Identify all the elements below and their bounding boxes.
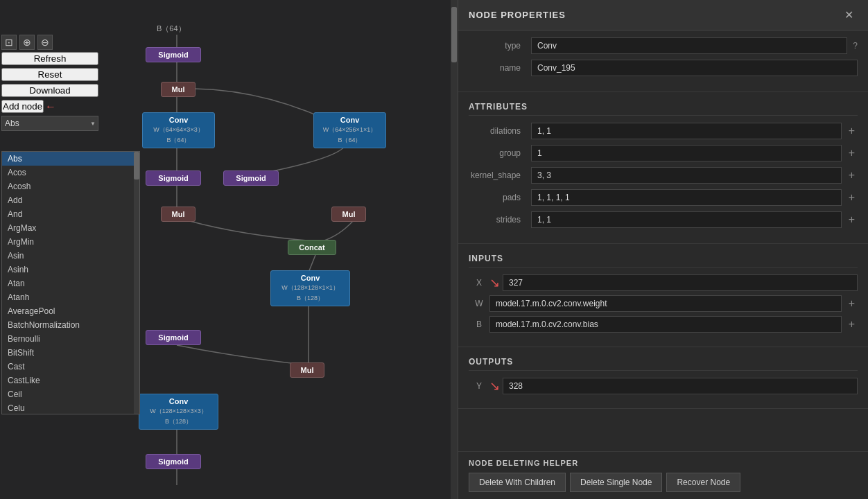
node-conv-3-sub1: W（128×128×1×1） bbox=[277, 283, 344, 292]
inputs-title: INPUTS bbox=[469, 254, 858, 268]
input-b-row: B + bbox=[469, 316, 858, 333]
node-mul-1[interactable]: Mul bbox=[161, 82, 196, 97]
input-x-row: X ↘ bbox=[469, 274, 858, 291]
dropdown-item-asinh[interactable]: Asinh bbox=[2, 263, 139, 277]
group-input[interactable] bbox=[531, 145, 842, 161]
output-y-field[interactable] bbox=[503, 378, 858, 394]
kernel-shape-add-button[interactable]: + bbox=[846, 169, 858, 182]
node-sigmoid-5[interactable]: Sigmoid bbox=[146, 454, 201, 469]
input-b-field[interactable] bbox=[489, 316, 842, 333]
node-conv-4[interactable]: Conv W（128×128×3×3） B（128） bbox=[139, 394, 218, 430]
dropdown-item-argmax[interactable]: ArgMax bbox=[2, 221, 139, 235]
node-conv-2[interactable]: Conv W（64×256×1×1） B（64） bbox=[313, 112, 386, 148]
input-x-field[interactable] bbox=[503, 274, 858, 291]
strides-input[interactable] bbox=[531, 211, 842, 228]
node-conv-1-sub2: B（64） bbox=[148, 136, 209, 145]
panel-header: NODE PROPERTIES ✕ bbox=[458, 0, 868, 30]
dropdown-item-celu[interactable]: Celu bbox=[2, 401, 139, 414]
node-mul-4[interactable]: Mul bbox=[290, 362, 324, 378]
strides-add-button[interactable]: + bbox=[846, 213, 858, 226]
node-type-select[interactable]: Abs Acos Acosh Add And ArgMax ArgMin Asi… bbox=[1, 116, 98, 131]
node-conv-1-label: Conv bbox=[148, 116, 209, 124]
name-label: name bbox=[469, 63, 531, 73]
dropdown-item-and[interactable]: And bbox=[2, 207, 139, 221]
pads-row: pads + bbox=[469, 189, 858, 206]
pads-add-button[interactable]: + bbox=[846, 191, 858, 204]
type-input[interactable] bbox=[531, 37, 847, 54]
node-conv-3[interactable]: Conv W（128×128×1×1） B（128） bbox=[270, 270, 350, 306]
delete-single-node-button[interactable]: Delete Single Node bbox=[570, 473, 662, 492]
reset-button[interactable]: Reset bbox=[1, 68, 98, 81]
fit-icon[interactable]: ⊡ bbox=[1, 35, 17, 50]
node-conv-1[interactable]: Conv W（64×64×3×3） B（64） bbox=[142, 112, 215, 148]
name-input[interactable] bbox=[531, 60, 858, 76]
node-mul-2[interactable]: Mul bbox=[161, 207, 196, 222]
add-node-button[interactable]: Add node bbox=[1, 100, 44, 113]
type-row: type ? bbox=[469, 37, 858, 54]
node-deleting-helper: NODE DELETING HELPER Delete With Childre… bbox=[458, 451, 868, 499]
dropdown-item-atanh[interactable]: Atanh bbox=[2, 290, 139, 304]
type-label: type bbox=[469, 41, 531, 51]
pads-input[interactable] bbox=[531, 189, 842, 206]
type-help-icon[interactable]: ? bbox=[853, 41, 858, 51]
refresh-button[interactable]: Refresh bbox=[1, 52, 98, 65]
close-button[interactable]: ✕ bbox=[840, 7, 858, 23]
kernel-shape-input[interactable] bbox=[531, 167, 842, 184]
dilations-label: dilations bbox=[469, 126, 531, 136]
separator-4 bbox=[458, 408, 868, 409]
node-conv-3-sub2: B（128） bbox=[277, 294, 344, 303]
node-sigmoid-4-label: Sigmoid bbox=[152, 333, 195, 342]
graph-area[interactable]: ⊡ ⊕ ⊖ Refresh Reset Download Add node ← … bbox=[0, 0, 458, 499]
input-b-add-button[interactable]: + bbox=[846, 318, 858, 331]
kernel-shape-row: kernel_shape + bbox=[469, 167, 858, 184]
dropdown-item-acosh[interactable]: Acosh bbox=[2, 180, 139, 193]
dropdown-item-acos[interactable]: Acos bbox=[2, 166, 139, 180]
input-w-field[interactable] bbox=[489, 295, 842, 312]
node-conv-2-sub2: B（64） bbox=[320, 136, 380, 145]
dropdown-item-argmin[interactable]: ArgMin bbox=[2, 235, 139, 249]
dropdown-item-batchnorm[interactable]: BatchNormalization bbox=[2, 318, 139, 332]
node-sigmoid-5-label: Sigmoid bbox=[152, 457, 195, 466]
dropdown-item-add[interactable]: Add bbox=[2, 193, 139, 207]
node-type-dropdown[interactable]: Abs Acos Acosh Add And ArgMax ArgMin Asi… bbox=[1, 151, 140, 414]
delete-with-children-button[interactable]: Delete With Children bbox=[469, 473, 566, 492]
dropdown-item-asin[interactable]: Asin bbox=[2, 249, 139, 263]
dropdown-item-castlike[interactable]: CastLike bbox=[2, 374, 139, 387]
dropdown-item-cast[interactable]: Cast bbox=[2, 360, 139, 374]
node-sigmoid-3[interactable]: Sigmoid bbox=[223, 170, 279, 186]
download-button[interactable]: Download bbox=[1, 84, 98, 97]
node-sigmoid-2[interactable]: Sigmoid bbox=[146, 170, 201, 186]
dropdown-item-bitshift[interactable]: BitShift bbox=[2, 346, 139, 360]
node-concat[interactable]: Concat bbox=[288, 240, 336, 255]
separator-3 bbox=[458, 347, 868, 347]
node-sigmoid-1[interactable]: Sigmoid bbox=[146, 47, 201, 62]
kernel-shape-label: kernel_shape bbox=[469, 170, 531, 180]
node-mul-1-label: Mul bbox=[167, 85, 189, 94]
dropdown-item-atan[interactable]: Atan bbox=[2, 277, 139, 290]
node-conv-4-label: Conv bbox=[145, 397, 212, 405]
node-conv-2-sub1: W（64×256×1×1） bbox=[320, 125, 380, 134]
attributes-section: ATTRIBUTES dilations + group + kernel_sh… bbox=[458, 95, 868, 240]
output-y-arrow-icon: ↘ bbox=[489, 378, 500, 394]
dropdown-item-avgpool[interactable]: AveragePool bbox=[2, 304, 139, 318]
zoom-in-icon[interactable]: ⊕ bbox=[19, 35, 35, 50]
input-b-label: B bbox=[469, 319, 489, 329]
input-x-arrow-icon: ↘ bbox=[489, 275, 500, 290]
dropdown-item-bernoulli[interactable]: Bernoulli bbox=[2, 332, 139, 346]
dropdown-item-abs[interactable]: Abs bbox=[2, 152, 139, 166]
input-w-add-button[interactable]: + bbox=[846, 297, 858, 310]
group-add-button[interactable]: + bbox=[846, 147, 858, 159]
name-row: name bbox=[469, 60, 858, 76]
dilations-input[interactable] bbox=[531, 123, 842, 139]
output-y-label: Y bbox=[469, 381, 489, 391]
node-mul-3[interactable]: Mul bbox=[331, 207, 366, 222]
node-sigmoid-4[interactable]: Sigmoid bbox=[146, 330, 201, 345]
graph-scrollbar[interactable] bbox=[451, 0, 458, 499]
node-sigmoid-1-label: Sigmoid bbox=[152, 51, 195, 59]
recover-node-button[interactable]: Recover Node bbox=[666, 473, 740, 492]
zoom-out-icon[interactable]: ⊖ bbox=[37, 35, 53, 50]
graph-scrollbar-thumb[interactable] bbox=[451, 7, 457, 62]
dropdown-item-ceil[interactable]: Ceil bbox=[2, 387, 139, 401]
panel-title: NODE PROPERTIES bbox=[469, 10, 566, 20]
dilations-add-button[interactable]: + bbox=[846, 125, 858, 137]
